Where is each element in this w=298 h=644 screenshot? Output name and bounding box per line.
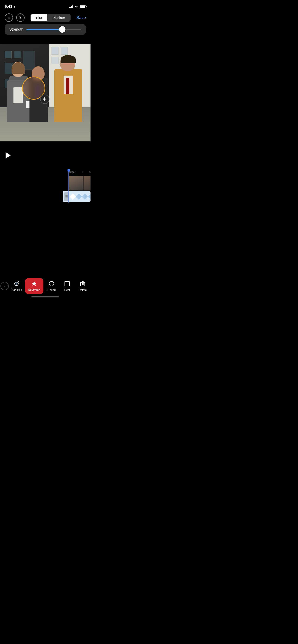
add-blur-icon — [14, 280, 20, 287]
keyframe-diamond-3[interactable] — [88, 193, 91, 200]
keyframe-diamond-0[interactable] — [70, 193, 76, 200]
round-label: Round — [48, 288, 56, 292]
bottom-toolbar: ‹ Add Blur + — [0, 274, 91, 300]
svg-text:+: + — [35, 281, 36, 284]
toolbar-items: ‹ Add Blur + — [0, 278, 91, 294]
timeline-area: 00:00 00:02 00:04 00:06 00:0 — [0, 169, 91, 205]
pixelate-tab[interactable]: Pixelate — [47, 14, 70, 21]
help-icon: ? — [20, 16, 22, 20]
rect-icon — [64, 280, 70, 287]
video-thumb-0 — [69, 176, 83, 190]
strength-panel: Strength — [5, 24, 86, 35]
keyframe-diamond-1[interactable] — [76, 193, 82, 200]
strength-slider[interactable] — [27, 29, 81, 30]
delete-label: Delete — [79, 288, 87, 292]
save-button[interactable]: Save — [76, 15, 86, 20]
back-button[interactable]: ‹ — [1, 282, 9, 290]
play-button[interactable] — [6, 152, 11, 158]
status-bar: 9:41 ➤ — [0, 0, 91, 12]
toolbar-item-add-blur[interactable]: Add Blur — [10, 280, 24, 292]
time-mark-1: 00:02 — [89, 170, 91, 174]
video-thumb-1 — [83, 176, 91, 190]
delete-icon — [79, 280, 86, 287]
toolbar-item-keyframe[interactable]: + Keyframe — [25, 278, 43, 294]
battery-icon — [80, 5, 86, 8]
slider-thumb[interactable] — [59, 26, 66, 33]
close-icon: ✕ — [8, 16, 11, 20]
round-icon — [48, 280, 55, 287]
blur-tab[interactable]: Blur — [31, 14, 47, 21]
keyframe-icon: + — [31, 280, 37, 287]
add-blur-label: Add Blur — [12, 288, 22, 292]
rect-label: Rect — [64, 288, 70, 292]
signal-bars — [69, 5, 73, 8]
keyframe-diamond-2[interactable] — [82, 193, 88, 200]
status-time: 9:41 — [5, 4, 12, 9]
blur-overlay[interactable] — [22, 76, 45, 100]
move-handle[interactable] — [40, 94, 50, 104]
black-space — [0, 142, 91, 169]
video-area — [0, 44, 91, 142]
close-button[interactable]: ✕ — [5, 14, 13, 22]
time-ruler: 00:00 00:02 00:04 00:06 00:0 — [0, 169, 91, 176]
toolbar-item-rect[interactable]: Rect — [60, 280, 75, 292]
playhead-top — [68, 169, 70, 172]
location-icon: ➤ — [14, 5, 16, 8]
svg-point-6 — [49, 282, 54, 286]
wifi-icon — [75, 5, 78, 8]
help-button[interactable]: ? — [16, 14, 25, 22]
playhead[interactable] — [69, 169, 69, 202]
toolbar-item-delete[interactable]: Delete — [75, 280, 90, 292]
svg-rect-7 — [65, 282, 69, 286]
toolbar-item-round[interactable]: Round — [44, 280, 59, 292]
home-indicator — [31, 296, 59, 298]
move-icon — [42, 97, 47, 102]
segmented-control: Blur Pixelate — [31, 14, 70, 22]
status-icons — [69, 5, 86, 8]
keyframe-label: Keyframe — [28, 288, 40, 292]
strength-label: Strength — [9, 27, 23, 32]
header: ✕ ? Blur Pixelate Save — [0, 12, 91, 24]
back-icon: ‹ — [4, 284, 5, 289]
